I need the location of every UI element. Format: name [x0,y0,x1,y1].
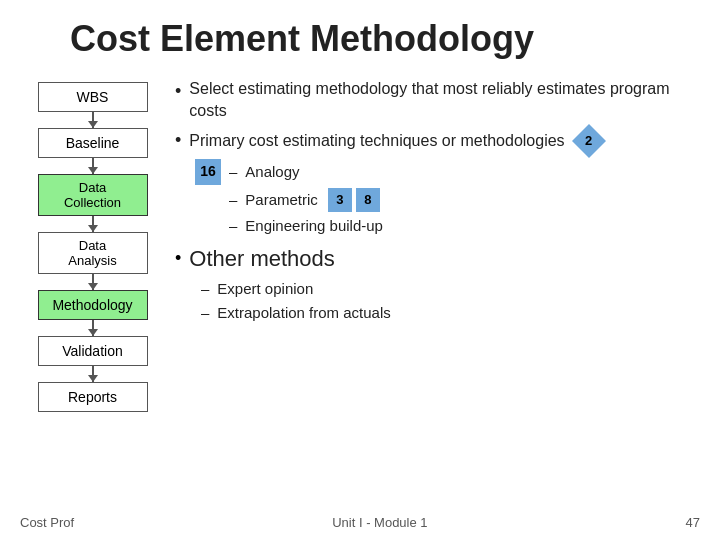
sub-item-analogy: 16 – Analogy [195,159,690,185]
arrow-6 [92,366,94,382]
sub-item-expert: – Expert opinion [201,278,690,299]
badge-3: 3 [328,188,352,212]
page: Cost Element Methodology WBS Baseline Da… [0,0,720,540]
bullet-dot-1: • [175,79,181,104]
sidebar-item-baseline: Baseline [38,128,148,158]
badge-16: 16 [195,159,221,185]
bullet-text-1: Select estimating methodology that most … [189,78,690,123]
bullet-2: • Primary cost estimating techniques or … [175,127,690,155]
footer-center: Unit I - Module 1 [332,515,427,530]
arrow-2 [92,158,94,174]
other-methods-bullet-dot: • [175,248,181,269]
arrow-1 [92,112,94,128]
main-content: • Select estimating methodology that mos… [165,78,690,326]
arrow-5 [92,320,94,336]
footer-right: 47 [686,515,700,530]
content-area: WBS Baseline Data Collection Data Analys… [20,78,690,412]
other-sub-items-section: – Expert opinion – Extrapolation from ac… [201,278,690,323]
other-methods-row: • Other methods [175,246,690,272]
dash-2: – [229,189,237,210]
sidebar-item-data-analysis: Data Analysis [38,232,148,274]
dash-5: – [201,302,209,323]
footer: Cost Prof Unit I - Module 1 47 [20,515,700,530]
bullet-text-2: Primary cost estimating techniques or me… [189,127,690,155]
sidebar: WBS Baseline Data Collection Data Analys… [20,82,165,412]
sidebar-item-reports: Reports [38,382,148,412]
sub-item-parametric: – Parametric 3 8 [229,188,690,212]
dash-4: – [201,278,209,299]
dash-1: – [229,161,237,182]
sub-items-section: 16 – Analogy – Parametric 3 8 – Engineer… [195,159,690,236]
badge-8: 8 [356,188,380,212]
bullet-dot-2: • [175,128,181,153]
dash-3: – [229,215,237,236]
arrow-3 [92,216,94,232]
footer-left: Cost Prof [20,515,74,530]
sidebar-item-methodology: Methodology [38,290,148,320]
sub-item-engineering: – Engineering build-up [229,215,690,236]
page-title: Cost Element Methodology [20,18,690,60]
arrow-4 [92,274,94,290]
sidebar-item-validation: Validation [38,336,148,366]
bullet-1: • Select estimating methodology that mos… [175,78,690,123]
sidebar-item-data-collection: Data Collection [38,174,148,216]
other-methods-text: Other methods [189,246,335,272]
sidebar-item-wbs: WBS [38,82,148,112]
badge-2-diamond: 2 [575,127,603,155]
sub-item-extrapolation: – Extrapolation from actuals [201,302,690,323]
